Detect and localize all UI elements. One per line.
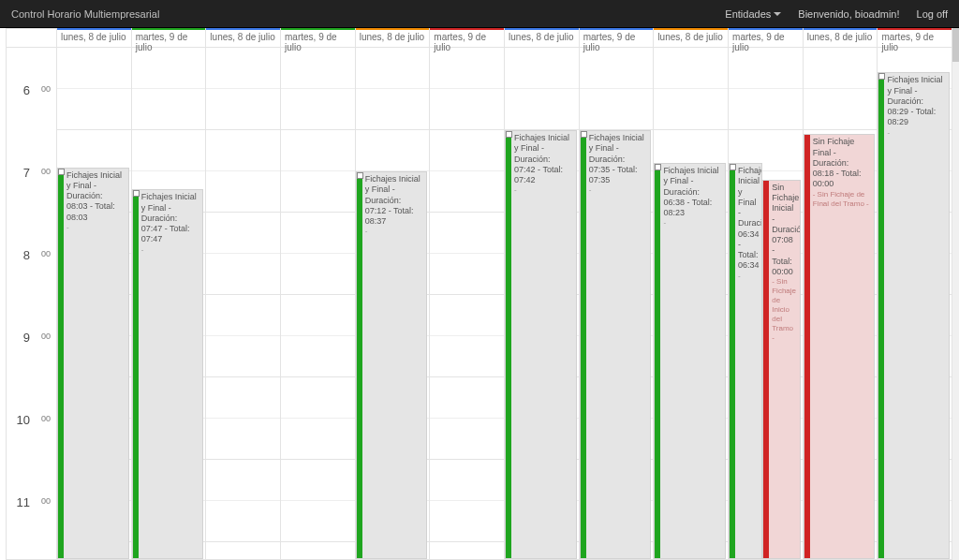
column-header[interactable]: lunes, 8 de julio — [804, 29, 878, 47]
time-slot — [580, 48, 654, 89]
hour-minute-label: 00 — [41, 496, 51, 506]
column-accent — [505, 28, 579, 30]
time-slot — [206, 419, 280, 460]
time-slot — [281, 336, 355, 377]
event-subtitle: - — [58, 223, 128, 234]
day-column[interactable]: Fichajes Inicial y Final - Duración: 07:… — [505, 48, 580, 559]
time-slot — [356, 89, 430, 130]
column-accent — [580, 28, 654, 30]
event-title: Fichajes Inicial y Final - Duración: 07:… — [357, 172, 427, 227]
calendar-event[interactable]: Fichajes Inicial y Final - Duración: 06:… — [654, 163, 726, 559]
event-mark-icon — [655, 164, 661, 170]
nav-welcome[interactable]: Bienvenido, bioadmin! — [798, 8, 899, 20]
calendar-body: 60070080090010001100 Fichajes Inicial y … — [7, 48, 952, 559]
column-header[interactable]: lunes, 8 de julio — [57, 29, 132, 47]
hour-minute-label: 00 — [41, 84, 51, 94]
time-slot — [132, 130, 206, 171]
scrollbar-thumb[interactable] — [952, 28, 959, 62]
event-mark-icon — [506, 131, 512, 138]
calendar: lunes, 8 de juliomartes, 9 de juliolunes… — [6, 28, 953, 560]
day-column[interactable]: Fichajes Inicial y Final - Duración: 08:… — [57, 48, 132, 559]
column-header[interactable]: lunes, 8 de julio — [654, 29, 729, 47]
column-header-label: lunes, 8 de julio — [360, 32, 425, 42]
column-header-label: lunes, 8 de julio — [210, 32, 275, 42]
time-slot — [281, 213, 355, 254]
day-column[interactable] — [206, 48, 281, 559]
column-header[interactable]: lunes, 8 de julio — [206, 29, 281, 47]
time-slot — [281, 460, 355, 501]
day-column[interactable]: Fichajes Inicial y Final - Duración: 07:… — [580, 48, 655, 559]
time-slot — [281, 501, 355, 542]
time-slot — [57, 89, 131, 130]
day-column[interactable]: Fichajes Inicial y Final - Duración: 07:… — [356, 48, 431, 559]
vertical-scrollbar[interactable] — [952, 28, 959, 560]
day-column[interactable] — [281, 48, 356, 559]
navbar: Control Horario Multiempresarial Entidad… — [0, 0, 959, 28]
calendar-event[interactable]: Fichajes Inicial y Final - Duración: 08:… — [878, 72, 950, 559]
column-header[interactable]: martes, 9 de julio — [878, 29, 952, 47]
event-mark-icon — [357, 172, 363, 179]
column-header[interactable]: lunes, 8 de julio — [505, 29, 580, 47]
caret-down-icon — [774, 12, 781, 16]
nav-logoff[interactable]: Log off — [917, 8, 948, 20]
column-accent — [729, 28, 803, 30]
time-slot — [206, 254, 280, 295]
time-slot — [505, 89, 579, 130]
time-slot — [206, 130, 280, 171]
calendar-event[interactable]: Fichajes Inicial y Final - Duración: 07:… — [132, 189, 204, 559]
column-header-label: lunes, 8 de julio — [807, 32, 873, 42]
event-mark-icon — [878, 73, 885, 80]
day-column[interactable]: Fichajes Inicial y Final - Duración: 07:… — [132, 48, 207, 559]
event-mark-icon — [133, 190, 140, 197]
hour-minute-label: 00 — [41, 249, 51, 258]
time-slot — [654, 89, 728, 130]
event-subtitle: - — [581, 185, 651, 197]
day-column[interactable] — [430, 48, 505, 559]
calendar-event[interactable]: Fichajes Inicial y Final - Duración: 07:… — [580, 130, 652, 559]
time-slot — [206, 171, 280, 213]
time-slot — [281, 419, 355, 460]
hour-label: 9 — [23, 331, 30, 345]
time-slot — [281, 377, 355, 419]
day-column[interactable]: Fichajes Inicial y Final - Duración: 06:… — [729, 48, 804, 559]
event-bar-green — [132, 189, 139, 559]
column-accent — [281, 28, 355, 30]
calendar-event[interactable]: Fichajes Inicial y Final - Duración: 06:… — [729, 163, 762, 559]
time-slot — [281, 295, 355, 336]
hour-label: 7 — [23, 166, 30, 180]
column-accent — [430, 28, 504, 30]
calendar-event[interactable]: Sin Fichaje Final - Duración: 08:18 - To… — [804, 134, 876, 559]
calendar-event[interactable]: Fichajes Inicial y Final - Duración: 07:… — [356, 171, 428, 559]
time-slot — [430, 542, 504, 559]
time-slot — [430, 213, 504, 254]
day-column[interactable]: Sin Fichaje Final - Duración: 08:18 - To… — [804, 48, 878, 559]
event-subtitle: - — [878, 128, 949, 140]
calendar-event[interactable]: Fichajes Inicial y Final - Duración: 07:… — [505, 130, 577, 559]
time-slot — [804, 89, 878, 130]
event-subtitle: - — [506, 185, 576, 197]
day-column[interactable]: Fichajes Inicial y Final - Duración: 06:… — [654, 48, 729, 559]
nav-entities-dropdown[interactable]: Entidades — [725, 8, 781, 20]
time-slot — [729, 48, 803, 89]
time-slot — [206, 336, 280, 377]
time-slot — [281, 542, 355, 559]
time-slot — [804, 48, 878, 89]
column-header[interactable]: martes, 9 de julio — [580, 29, 655, 47]
column-accent — [878, 28, 952, 30]
event-subtitle: - — [655, 218, 725, 229]
time-slot — [430, 501, 504, 542]
column-header[interactable]: martes, 9 de julio — [132, 29, 207, 47]
column-header[interactable]: martes, 9 de julio — [430, 29, 505, 47]
event-title: Sin Fichaje Final - Duración: 08:18 - To… — [804, 135, 875, 189]
time-slot — [505, 48, 579, 89]
day-column[interactable]: Fichajes Inicial y Final - Duración: 08:… — [878, 48, 952, 559]
event-title: Fichajes Inicial y Final - Duración: 06:… — [655, 164, 725, 218]
column-header[interactable]: lunes, 8 de julio — [356, 29, 431, 47]
column-accent — [654, 28, 728, 30]
nav-entities-label: Entidades — [725, 8, 771, 20]
calendar-event[interactable]: Fichajes Inicial y Final - Duración: 08:… — [57, 168, 129, 559]
column-header[interactable]: martes, 9 de julio — [729, 29, 804, 47]
event-mark-icon — [581, 131, 587, 138]
calendar-event[interactable]: Sin Fichaje Inicial - Duración: 07:08 - … — [762, 180, 800, 559]
column-header[interactable]: martes, 9 de julio — [281, 29, 356, 47]
